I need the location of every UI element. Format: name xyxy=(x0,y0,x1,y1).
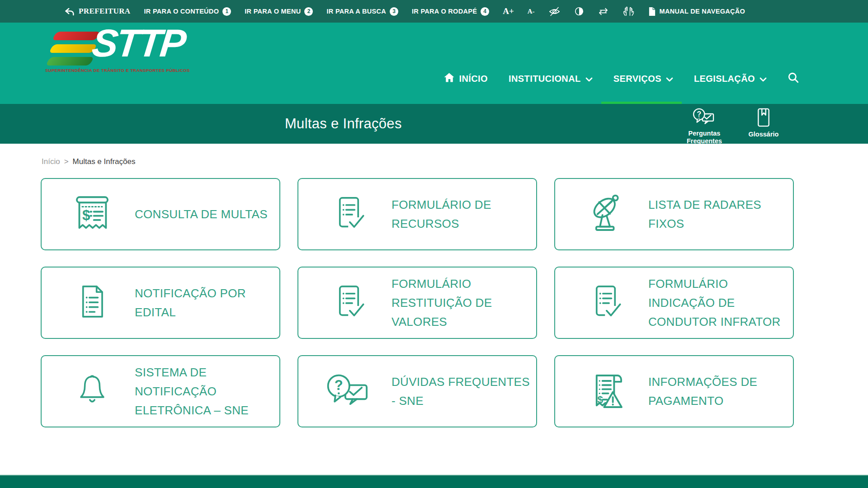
breadcrumb: Início > Multas e Infrações xyxy=(42,157,868,166)
home-icon xyxy=(443,72,455,85)
form-check-icon xyxy=(579,283,633,323)
card-consulta-multas[interactable]: $ CONSULTA DE MULTAS xyxy=(41,178,280,250)
svg-text:?: ? xyxy=(697,110,701,118)
breadcrumb-home[interactable]: Início xyxy=(42,157,60,166)
chevron-down-icon xyxy=(666,74,673,84)
svg-text:$: $ xyxy=(82,207,90,223)
nav-legislacao[interactable]: LEGISLAÇÃO xyxy=(694,74,767,84)
radar-icon xyxy=(579,193,633,235)
skip-badge-1: 1 xyxy=(222,7,231,16)
card-informacoes-pagamento[interactable]: $ INFORMAÇÕES DE PAGAMENTO xyxy=(554,355,794,427)
card-sne[interactable]: SISTEMA DE NOTIFICAÇÃO ELETRÔNICA – SNE xyxy=(41,355,280,427)
nav-servicos[interactable]: SERVIÇOS xyxy=(613,74,673,84)
receipt-dollar-icon: $ xyxy=(65,193,119,235)
skip-badge-2: 2 xyxy=(304,7,313,16)
search-button[interactable] xyxy=(788,72,799,86)
accessibility-bar: PREFEITURA IR PARA O CONTEÚDO 1 IR PARA … xyxy=(0,0,868,23)
nav-institucional[interactable]: INSTITUCIONAL xyxy=(509,74,593,84)
document-icon xyxy=(65,283,119,323)
page-footer xyxy=(0,474,868,488)
form-check-icon xyxy=(322,194,376,234)
svg-text:?: ? xyxy=(335,377,343,393)
sttp-logo[interactable]: STTP SUPERINTENDÊNCIA DE TRÂNSITO E TRAN… xyxy=(45,23,194,104)
reset-icon[interactable] xyxy=(598,7,609,16)
pagebar-shortcuts: ? Perguntas Frequentes Glossário xyxy=(677,108,784,145)
skip-link-content[interactable]: IR PARA O CONTEÚDO 1 xyxy=(144,7,231,16)
logo-title: STTP xyxy=(90,21,187,66)
main-nav: INÍCIO INSTITUCIONAL SERVIÇOS LEGISLAÇÃO xyxy=(443,66,799,91)
skip-badge-3: 3 xyxy=(390,7,398,16)
libras-icon[interactable] xyxy=(623,6,635,17)
skip-link-footer[interactable]: IR PARA O RODAPÉ 4 xyxy=(412,7,489,16)
main-header: STTP SUPERINTENDÊNCIA DE TRÂNSITO E TRAN… xyxy=(0,23,868,104)
receipt-alert-icon: $ xyxy=(579,371,633,412)
book-icon xyxy=(756,108,771,129)
services-grid: $ CONSULTA DE MULTAS FORMULÁRI xyxy=(41,178,868,427)
card-duvidas-sne[interactable]: ? DÚVIDAS FREQUENTES - SNE xyxy=(297,355,537,427)
breadcrumb-separator: > xyxy=(64,157,69,166)
logo-subtitle: SUPERINTENDÊNCIA DE TRÂNSITO E TRANSPORT… xyxy=(45,68,194,73)
card-indicacao-condutor[interactable]: FORMULÁRIO INDICAÇÃO DE CONDUTOR INFRATO… xyxy=(554,267,794,339)
faq-bubbles-icon: ? xyxy=(693,108,716,128)
search-icon xyxy=(788,72,799,86)
document-icon xyxy=(648,7,656,16)
breadcrumb-current: Multas e Infrações xyxy=(73,157,136,166)
card-formulario-recursos[interactable]: FORMULÁRIO DE RECURSOS xyxy=(297,178,537,250)
glossary-shortcut[interactable]: Glossário xyxy=(743,108,784,145)
form-check-icon xyxy=(322,283,376,323)
page-title: Multas e Infrações xyxy=(285,116,402,132)
contrast-icon[interactable] xyxy=(574,6,584,16)
skip-link-menu[interactable]: IR PARA O MENU 2 xyxy=(245,7,313,16)
card-radares-fixos[interactable]: LISTA DE RADARES FIXOS xyxy=(554,178,794,250)
skip-link-search[interactable]: IR PARA A BUSCA 3 xyxy=(326,7,398,16)
manual-link[interactable]: MANUAL DE NAVEGAÇÃO xyxy=(648,7,745,16)
return-icon xyxy=(64,7,75,16)
faq-shortcut[interactable]: ? Perguntas Frequentes xyxy=(677,108,731,145)
colorblind-icon[interactable] xyxy=(548,6,561,17)
font-increase-button[interactable]: A+ xyxy=(503,6,514,16)
font-decrease-button[interactable]: A- xyxy=(528,8,535,15)
nav-inicio[interactable]: INÍCIO xyxy=(443,72,488,85)
prefeitura-label: PREFEITURA xyxy=(79,7,131,16)
question-bubbles-icon: ? xyxy=(322,373,376,410)
page-title-bar: Multas e Infrações ? Perguntas Frequente… xyxy=(0,104,868,144)
card-notificacao-edital[interactable]: NOTIFICAÇÃO POR EDITAL xyxy=(41,267,280,339)
chevron-down-icon xyxy=(760,74,767,84)
manual-label: MANUAL DE NAVEGAÇÃO xyxy=(660,8,745,15)
prefeitura-link[interactable]: PREFEITURA xyxy=(64,7,131,16)
card-restituicao-valores[interactable]: FORMULÁRIO RESTITUIÇÃO DE VALORES xyxy=(297,267,537,339)
skip-badge-4: 4 xyxy=(481,7,489,16)
bell-icon xyxy=(65,372,119,411)
chevron-down-icon xyxy=(585,74,593,84)
content-area: Início > Multas e Infrações $ CONSULTA D… xyxy=(0,157,868,427)
